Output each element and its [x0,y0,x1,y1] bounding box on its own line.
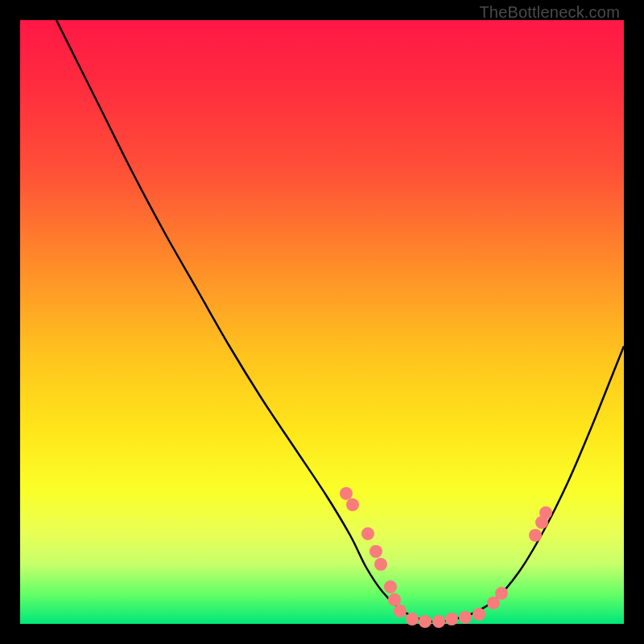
data-marker [473,608,485,621]
data-marker [432,615,445,628]
data-marker [539,506,552,519]
data-marker [529,529,542,542]
data-marker [459,611,472,624]
data-marker [384,580,397,593]
data-marker [445,613,458,625]
data-markers [340,487,552,628]
data-marker [374,558,387,571]
data-marker [388,593,401,606]
chart-frame: TheBottleneck.com [0,0,644,644]
data-marker [419,615,431,628]
data-marker [406,613,419,625]
data-marker [361,527,374,540]
data-marker [394,605,407,617]
data-marker [346,498,359,511]
data-marker [495,587,508,600]
data-marker [369,545,382,558]
attribution-text: TheBottleneck.com [479,3,620,22]
curve-svg [20,20,624,624]
data-marker [340,487,353,500]
